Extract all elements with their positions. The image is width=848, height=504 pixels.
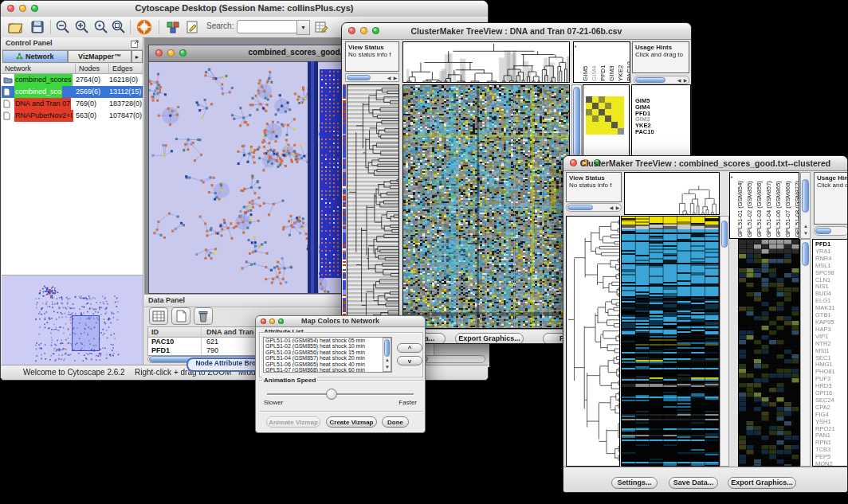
tab-vizmapper[interactable]: VizMapper™ bbox=[68, 50, 132, 63]
submatrix-cell[interactable] bbox=[605, 103, 611, 109]
submatrix-cell[interactable] bbox=[611, 128, 618, 135]
submatrix-cell[interactable] bbox=[618, 128, 624, 135]
submatrix-cell[interactable] bbox=[592, 109, 599, 115]
submatrix-cell[interactable] bbox=[586, 103, 592, 109]
submatrix-cell[interactable] bbox=[599, 109, 605, 115]
help-lifesaver-icon[interactable] bbox=[136, 19, 152, 35]
dialog-titlebar[interactable]: Map Colors to Network bbox=[256, 316, 425, 327]
submatrix-cell[interactable] bbox=[618, 122, 624, 128]
control-panel-header: Control Panel bbox=[2, 37, 143, 50]
heatmap-global-view[interactable] bbox=[402, 84, 570, 329]
submatrix-cell[interactable] bbox=[605, 109, 611, 115]
save-icon[interactable] bbox=[29, 19, 45, 35]
submatrix-cell[interactable] bbox=[586, 115, 592, 122]
submatrix-cell[interactable] bbox=[611, 96, 618, 103]
speed-slider-track[interactable] bbox=[267, 393, 414, 396]
new-attribute-button[interactable] bbox=[171, 307, 190, 325]
submatrix-cell[interactable] bbox=[592, 115, 599, 122]
move-up-button[interactable]: ^ bbox=[397, 343, 422, 353]
treeview1-titlebar[interactable]: ClusterMaker TreeView : DNA and Tran 07-… bbox=[342, 23, 691, 40]
search-input[interactable] bbox=[237, 20, 297, 33]
submatrix-cell[interactable] bbox=[586, 96, 592, 103]
animate-vizmap-button[interactable]: Animate Vizmap bbox=[266, 416, 320, 428]
submatrix-cell[interactable] bbox=[586, 122, 592, 128]
tab-overflow-arrow[interactable]: ► bbox=[132, 50, 143, 63]
submatrix-cell[interactable] bbox=[611, 103, 618, 109]
usage-hints-hscrollbar[interactable]: ◀▶ bbox=[634, 76, 689, 84]
annotation-icon[interactable] bbox=[184, 19, 200, 35]
submatrix-cell[interactable] bbox=[599, 103, 605, 109]
heatmap-vscrollbar[interactable] bbox=[720, 216, 729, 467]
network-tree-row[interactable]: RNAPuberNov2+I563(0)107847(0) bbox=[2, 110, 143, 122]
heatmap-global-view[interactable] bbox=[621, 216, 720, 467]
settings-button[interactable]: Settings... bbox=[611, 477, 658, 489]
float-panel-icon[interactable] bbox=[131, 39, 139, 49]
usage-hints-hscrollbar[interactable] bbox=[814, 226, 848, 236]
gene-label[interactable]: MON2 bbox=[815, 461, 835, 467]
zoom-out-icon[interactable] bbox=[55, 19, 71, 35]
view-status-hscrollbar[interactable]: ◀▶ bbox=[566, 203, 622, 212]
submatrix-cell[interactable] bbox=[599, 115, 605, 122]
row-dendrogram-panel[interactable] bbox=[566, 216, 620, 467]
network-tree-row[interactable]: DNA and Tran 07769(0)183728(0) bbox=[2, 98, 143, 110]
submatrix-cell[interactable] bbox=[618, 115, 624, 122]
network-tree-row[interactable]: combined_sco2569(6)13112(15) bbox=[2, 86, 143, 98]
export-graphics-button[interactable]: Export Graphics... bbox=[728, 477, 796, 489]
attribute-list-item[interactable]: GPL51-03 (GSM856) heat shock 15 min bbox=[265, 350, 391, 355]
labels-vscrollbar[interactable]: ▲▼ bbox=[800, 172, 811, 239]
done-button[interactable]: Done bbox=[382, 416, 409, 428]
search-dropdown-arrow[interactable]: ▼ bbox=[296, 20, 310, 35]
attribute-select-button[interactable] bbox=[149, 307, 168, 325]
move-down-button[interactable]: v bbox=[397, 356, 422, 365]
column-dendrogram-panel[interactable] bbox=[402, 41, 570, 83]
submatrix-cell[interactable] bbox=[618, 96, 624, 103]
row-dendrogram-panel[interactable] bbox=[347, 84, 399, 329]
submatrix-cell[interactable] bbox=[605, 115, 611, 122]
col-header-id[interactable]: ID bbox=[148, 327, 202, 337]
submatrix-cell[interactable] bbox=[605, 96, 611, 103]
attribute-list-vscrollbar[interactable]: ▲▼ bbox=[383, 338, 391, 372]
attribute-list-item[interactable]: GPL51-01 (GSM854) heat shock 05 min bbox=[265, 338, 391, 343]
attribute-list-item[interactable]: GPL51-02 (GSM855) heat shock 10 min bbox=[265, 343, 391, 349]
export-graphics-button[interactable]: Export Graphics... bbox=[455, 333, 524, 344]
submatrix-cell[interactable] bbox=[618, 109, 624, 115]
speed-slider-thumb[interactable] bbox=[326, 389, 337, 400]
submatrix-cell[interactable] bbox=[599, 96, 605, 103]
zoom-in-icon[interactable] bbox=[74, 19, 90, 35]
zoom-actual-icon[interactable] bbox=[93, 19, 109, 35]
submatrix-cell[interactable] bbox=[611, 109, 618, 115]
zoom-view-vscrollbar[interactable] bbox=[800, 239, 811, 467]
attribute-list-item[interactable]: GPL51-06 (GSM865) heat shock 40 min bbox=[265, 361, 391, 367]
view-status-hscrollbar[interactable]: ◀▶ bbox=[345, 73, 399, 82]
birdseye-view[interactable] bbox=[2, 275, 143, 365]
vizmapper-icon[interactable] bbox=[165, 19, 181, 35]
treeview2-titlebar[interactable]: ClusterMaker TreeView : combined_scores_… bbox=[563, 156, 847, 171]
submatrix-cell[interactable] bbox=[618, 103, 624, 109]
submatrix-cell[interactable] bbox=[592, 96, 599, 103]
submatrix-cell[interactable] bbox=[599, 122, 605, 128]
submatrix-cell[interactable] bbox=[605, 122, 611, 128]
tab-network[interactable]: Network bbox=[2, 50, 68, 63]
submatrix-cell[interactable] bbox=[592, 103, 599, 109]
submatrix-cell[interactable] bbox=[586, 109, 592, 115]
attribute-list-item[interactable]: GPL51-04 (GSM857) heat shock 20 min bbox=[265, 355, 391, 361]
submatrix-cell[interactable] bbox=[599, 128, 605, 135]
network-tree-row[interactable]: combined_scores2764(0)16218(0) bbox=[2, 74, 143, 86]
open-file-icon[interactable] bbox=[7, 19, 23, 35]
submatrix-cell[interactable] bbox=[592, 122, 599, 128]
table-edit-icon[interactable] bbox=[313, 19, 329, 35]
attribute-list-item[interactable]: GPL51-07 (GSM868) heat shock 60 min bbox=[265, 367, 391, 373]
attribute-list[interactable]: GPL51-01 (GSM854) heat shock 05 minGPL51… bbox=[263, 337, 392, 373]
column-dendrogram-panel[interactable] bbox=[624, 172, 720, 215]
submatrix-cell[interactable] bbox=[592, 128, 599, 135]
create-vizmap-button[interactable]: Create Vizmap bbox=[326, 416, 377, 428]
cytoscape-titlebar[interactable]: Cytoscape Desktop (Session Name: collins… bbox=[1, 1, 488, 18]
submatrix-cell[interactable] bbox=[611, 115, 618, 122]
submatrix-cell[interactable] bbox=[605, 128, 611, 135]
delete-attribute-button[interactable] bbox=[194, 307, 213, 325]
save-data-button[interactable]: Save Data... bbox=[669, 477, 718, 489]
submatrix-cell[interactable] bbox=[586, 128, 592, 135]
submatrix-cell[interactable] bbox=[611, 122, 618, 128]
zoom-fit-icon[interactable] bbox=[111, 19, 127, 35]
heatmap-zoom-view[interactable] bbox=[738, 239, 800, 467]
